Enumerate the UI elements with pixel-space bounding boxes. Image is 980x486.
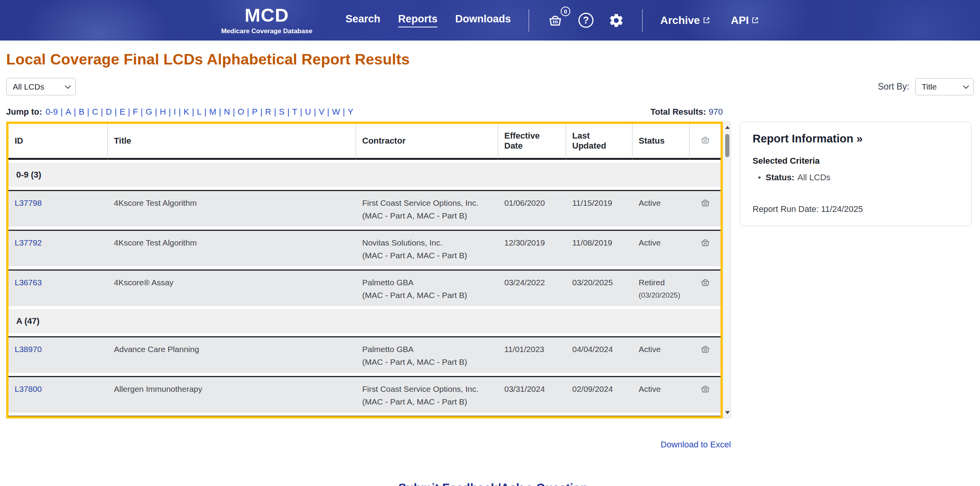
jump-link-V[interactable]: V bbox=[319, 107, 324, 117]
nav-item-downloads[interactable]: Downloads bbox=[455, 13, 511, 27]
cell-basket bbox=[690, 336, 721, 373]
scrollbar-thumb[interactable] bbox=[725, 134, 729, 157]
jump-link-L[interactable]: L bbox=[197, 107, 202, 117]
jump-link-B[interactable]: B bbox=[79, 107, 85, 117]
jump-to-links: Jump to:0-9|A|B|C|D|E|F|G|H|I|K|L|M|N|O|… bbox=[6, 107, 353, 117]
contractor-name: First Coast Service Options, Inc. bbox=[362, 384, 492, 394]
basket-icon[interactable] bbox=[700, 277, 710, 288]
cell-effective-date: 12/30/2019 bbox=[498, 230, 566, 266]
group-label: 0-9 (3) bbox=[8, 163, 721, 187]
lcd-title: Allergen Immunotherapy bbox=[114, 384, 350, 394]
jump-link-K[interactable]: K bbox=[183, 107, 189, 117]
sort-by-select[interactable]: Title bbox=[915, 78, 974, 95]
header-divider bbox=[529, 9, 529, 32]
lcd-id-link[interactable]: L38970 bbox=[15, 345, 42, 354]
basket-icon[interactable] bbox=[700, 344, 710, 354]
cell-contractor: Novitas Solutions, Inc.(MAC - Part A, MA… bbox=[356, 230, 498, 266]
cell-id: L38970 bbox=[8, 336, 108, 373]
external-link-archive[interactable]: Archive bbox=[660, 14, 710, 27]
mcd-logo[interactable]: MCD Medicare Coverage Database bbox=[221, 6, 312, 35]
jump-link-R[interactable]: R bbox=[265, 107, 271, 117]
results-table: IDTitleContractorEffective DateLast Upda… bbox=[8, 122, 721, 418]
jump-row: Jump to:0-9|A|B|C|D|E|F|G|H|I|K|L|M|N|O|… bbox=[6, 107, 723, 117]
report-run-date: Report Run Date: 11/24/2025 bbox=[753, 204, 959, 214]
column-header-basket bbox=[690, 124, 721, 160]
jump-separator: | bbox=[260, 107, 263, 117]
status-value: Active bbox=[639, 344, 683, 354]
nav-item-search[interactable]: Search bbox=[346, 13, 380, 27]
jump-link-H[interactable]: H bbox=[160, 107, 166, 117]
lcd-id-link[interactable]: L37798 bbox=[15, 198, 42, 207]
jump-link-T[interactable]: T bbox=[292, 107, 297, 117]
cell-basket bbox=[690, 230, 721, 266]
cell-id: L37800 bbox=[8, 376, 108, 413]
report-run-date-value: 11/24/2025 bbox=[821, 204, 863, 214]
filter-row: All LCDs Sort By: Title bbox=[6, 78, 974, 95]
external-link-api[interactable]: API bbox=[731, 14, 759, 27]
jump-separator: | bbox=[128, 107, 130, 117]
jump-separator: | bbox=[343, 107, 345, 117]
lcd-id-link[interactable]: L37792 bbox=[15, 238, 42, 247]
header-icon-group: 0 ? bbox=[547, 12, 624, 29]
jump-separator: | bbox=[115, 107, 117, 117]
jump-link-D[interactable]: D bbox=[106, 107, 112, 117]
basket-button[interactable]: 0 bbox=[547, 13, 564, 28]
download-to-excel-link[interactable]: Download to Excel bbox=[661, 440, 731, 449]
jump-separator: | bbox=[61, 107, 63, 117]
lcd-id-link[interactable]: L36763 bbox=[15, 278, 42, 287]
jump-link-I[interactable]: I bbox=[173, 107, 176, 117]
jump-link-M[interactable]: M bbox=[209, 107, 216, 117]
scrollbar-down-button[interactable] bbox=[724, 408, 731, 417]
jump-link-Y[interactable]: Y bbox=[348, 107, 353, 117]
scrollbar-up-button[interactable] bbox=[724, 123, 731, 132]
jump-link-G[interactable]: G bbox=[146, 107, 152, 117]
cell-status: Active bbox=[632, 230, 690, 266]
jump-link-E[interactable]: E bbox=[119, 107, 125, 117]
jump-link-U[interactable]: U bbox=[305, 107, 311, 117]
nav-item-reports[interactable]: Reports bbox=[398, 13, 437, 27]
jump-separator: | bbox=[141, 107, 143, 117]
cell-effective-date: 03/31/2024 bbox=[498, 376, 566, 413]
jump-link-N[interactable]: N bbox=[224, 107, 230, 117]
cell-title: Advance Care Planning bbox=[108, 336, 356, 373]
column-header-effective-date: Effective Date bbox=[498, 124, 566, 160]
jump-link-S[interactable]: S bbox=[279, 107, 285, 117]
report-information-heading[interactable]: Report Information » bbox=[753, 132, 959, 145]
jump-link-O[interactable]: O bbox=[237, 107, 244, 117]
group-label: A (47) bbox=[8, 309, 721, 333]
lcd-title: Advance Care Planning bbox=[114, 344, 350, 354]
table-row: L377924Kscore Test AlgorithmNovitas Solu… bbox=[8, 230, 721, 266]
table-row: L38970Advance Care PlanningPalmetto GBA(… bbox=[8, 336, 721, 373]
basket-icon[interactable] bbox=[700, 198, 710, 208]
cell-contractor: Novitas Solutions, Inc.(MAC - Part A, MA… bbox=[356, 416, 498, 418]
group-header-row: A (47) bbox=[8, 309, 721, 333]
contractor-detail: (MAC - Part A, MAC - Part B) bbox=[362, 250, 492, 261]
lcd-filter-select[interactable]: All LCDs bbox=[6, 78, 76, 95]
jump-link-F[interactable]: F bbox=[133, 107, 138, 117]
sort-by-value: Title bbox=[922, 82, 937, 91]
jump-link-W[interactable]: W bbox=[332, 107, 340, 117]
jump-separator: | bbox=[101, 107, 103, 117]
logo-title: MCD bbox=[221, 6, 312, 25]
jump-link-A[interactable]: A bbox=[65, 107, 71, 117]
basket-icon[interactable] bbox=[700, 384, 710, 394]
table-row: L37800Allergen ImmunotherapyFirst Coast … bbox=[8, 376, 721, 413]
content-row: IDTitleContractorEffective DateLast Upda… bbox=[6, 122, 980, 418]
cell-last-updated: 03/20/2025 bbox=[566, 269, 632, 306]
help-icon[interactable]: ? bbox=[578, 13, 593, 28]
gear-icon[interactable] bbox=[608, 12, 624, 29]
submit-feedback-link[interactable]: Submit Feedback/Ask a Question bbox=[398, 481, 588, 486]
external-link-icon bbox=[703, 14, 710, 27]
jump-link-0-9[interactable]: 0-9 bbox=[46, 107, 58, 117]
jump-link-P[interactable]: P bbox=[252, 107, 258, 117]
basket-icon[interactable] bbox=[700, 237, 710, 248]
total-results-value: 970 bbox=[709, 107, 723, 117]
status-value: Active bbox=[639, 198, 683, 208]
cell-status: Retired(03/20/2025) bbox=[632, 269, 690, 306]
lcd-id-link[interactable]: L37800 bbox=[15, 384, 42, 393]
page-title: Local Coverage Final LCDs Alphabetical R… bbox=[6, 51, 980, 68]
jump-link-C[interactable]: C bbox=[92, 107, 98, 117]
table-scrollbar[interactable] bbox=[724, 122, 731, 418]
status-value: Active bbox=[639, 384, 683, 394]
cell-title: 4Kscore® Assay bbox=[108, 269, 356, 306]
